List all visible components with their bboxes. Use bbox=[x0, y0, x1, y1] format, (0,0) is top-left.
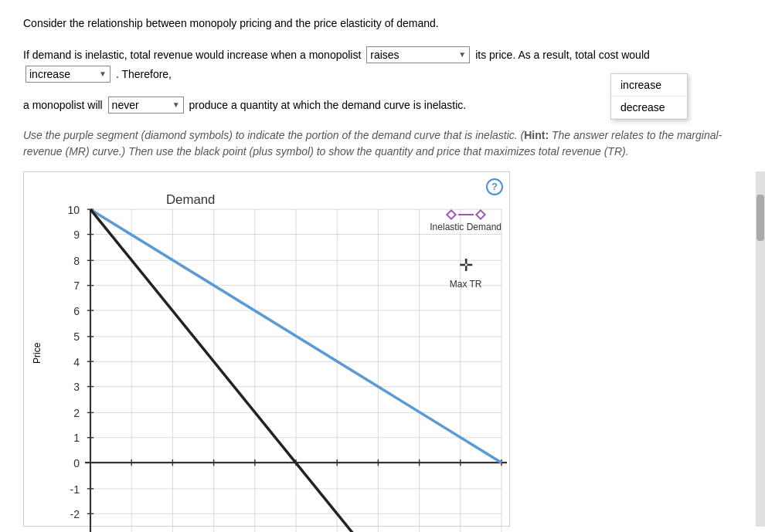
scrollbar-thumb[interactable] bbox=[756, 195, 764, 241]
dropdown1-container[interactable]: raises lowers does not change ▼ bbox=[366, 46, 470, 63]
y-axis-label: Price bbox=[32, 188, 47, 518]
svg-text:4: 4 bbox=[73, 355, 80, 368]
max-tr-legend: ✛ Max TR bbox=[430, 256, 502, 290]
svg-text:-1: -1 bbox=[70, 483, 80, 495]
dropdown3-select[interactable]: never always sometimes bbox=[112, 99, 180, 111]
svg-text:8: 8 bbox=[73, 254, 80, 266]
svg-text:0: 0 bbox=[73, 456, 80, 469]
line2-prefix: a monopolist will bbox=[23, 99, 103, 111]
dropdown-popup-decrease[interactable]: decrease bbox=[611, 97, 687, 119]
diamond-line bbox=[458, 214, 474, 215]
dropdown-popup: increase decrease bbox=[610, 73, 688, 120]
dropdown2-arrow: ▼ bbox=[99, 67, 107, 81]
graph-container: ? Price bbox=[23, 171, 510, 527]
main-content: Consider the relationship between monopo… bbox=[0, 0, 765, 532]
svg-text:-2: -2 bbox=[70, 507, 80, 520]
svg-text:3: 3 bbox=[73, 381, 80, 393]
scrollbar-right[interactable] bbox=[756, 171, 765, 527]
svg-text:1: 1 bbox=[73, 432, 80, 444]
hint-prefix: Use the purple segment (diamond symbols)… bbox=[23, 129, 524, 141]
inelastic-symbol bbox=[447, 211, 484, 219]
intro-text: Consider the relationship between monopo… bbox=[23, 15, 742, 32]
svg-text:Demand: Demand bbox=[166, 192, 215, 207]
svg-text:2: 2 bbox=[73, 407, 80, 419]
line1-suffix: . Therefore, bbox=[116, 68, 172, 80]
svg-text:5: 5 bbox=[73, 330, 80, 343]
dropdown2-select[interactable]: increase decrease not change bbox=[29, 68, 99, 80]
inelastic-label: Inelastic Demand bbox=[430, 222, 502, 232]
dropdown2-container[interactable]: increase decrease not change ▼ bbox=[26, 66, 110, 83]
line2-suffix: produce a quantity at which the demand c… bbox=[189, 99, 467, 111]
svg-text:10: 10 bbox=[67, 203, 80, 215]
svg-text:6: 6 bbox=[73, 304, 80, 317]
legend-area: Inelastic Demand ✛ Max TR bbox=[430, 211, 502, 290]
svg-text:9: 9 bbox=[73, 229, 80, 241]
dropdown3-container[interactable]: never always sometimes ▼ bbox=[108, 97, 184, 114]
inelastic-demand-legend: Inelastic Demand bbox=[430, 211, 502, 232]
dropdown-popup-increase[interactable]: increase bbox=[611, 74, 687, 97]
dropdown1-select[interactable]: raises lowers does not change bbox=[370, 49, 466, 61]
hint-bold: Hint: bbox=[524, 129, 549, 141]
max-tr-label: Max TR bbox=[450, 279, 482, 290]
line1-prefix: If demand is inelastic, total revenue wo… bbox=[23, 49, 361, 61]
diamond-right bbox=[475, 208, 486, 219]
svg-text:7: 7 bbox=[73, 280, 80, 292]
hint-text: Use the purple segment (diamond symbols)… bbox=[23, 127, 742, 160]
diamond-left bbox=[446, 208, 457, 219]
max-tr-symbol[interactable]: ✛ bbox=[459, 256, 473, 276]
line1-middle: its price. As a result, total cost would bbox=[475, 49, 650, 61]
